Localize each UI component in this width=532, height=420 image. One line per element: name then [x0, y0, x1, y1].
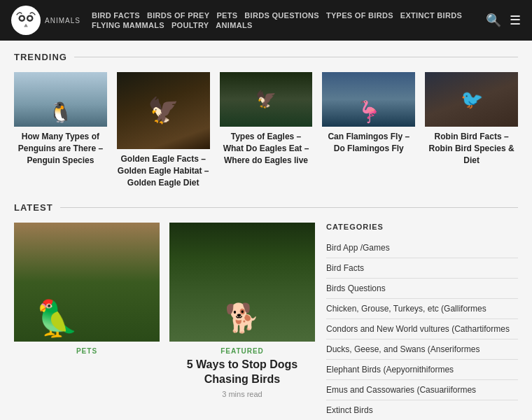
- golden-eagle-title: Golden Eagle Facts – Golden Eagle Habita…: [117, 153, 210, 188]
- types-eagles-title: Types of Eagles – What Do Eagles Eat – W…: [220, 131, 313, 166]
- flamingo-image: [322, 72, 415, 127]
- penguins-title: How Many Types of Penguins are There – P…: [14, 131, 107, 166]
- owl-icon: [13, 7, 39, 34]
- penguins-image: [14, 72, 107, 127]
- trending-grid: How Many Types of Penguins are There – P…: [14, 72, 518, 188]
- nav-extinct-birds[interactable]: EXTINCT BIRDS: [400, 11, 462, 20]
- search-icon[interactable]: 🔍: [486, 13, 501, 28]
- nav-animals[interactable]: ANIMALS: [216, 21, 252, 29]
- article-card-parrot[interactable]: PETS: [14, 223, 160, 398]
- logo-icon: [11, 6, 41, 35]
- nav-poultry[interactable]: POULTRY: [172, 21, 209, 29]
- main-content: TRENDING How Many Types of Penguins are …: [0, 41, 532, 420]
- category-emus[interactable]: Emus and Cassowaries (Casuariiformes: [326, 380, 518, 400]
- category-birds-questions[interactable]: Birds Questions: [326, 279, 518, 299]
- nav-birds-questions[interactable]: BIRDS QUESTIONS: [244, 11, 319, 20]
- robin-title: Robin Bird Facts – Robin Bird Species & …: [425, 131, 518, 166]
- dog-image: [169, 223, 315, 342]
- trending-title: TRENDING: [14, 52, 67, 62]
- robin-image: [425, 72, 518, 127]
- svg-point-0: [13, 8, 38, 33]
- category-bird-facts[interactable]: Bird Facts: [326, 258, 518, 279]
- svg-point-3: [20, 17, 24, 20]
- category-extinct-birds[interactable]: Extinct Birds: [326, 400, 518, 420]
- latest-grid: PETS FEATURED 5 Ways to Stop Dogs Chasin…: [14, 223, 518, 420]
- category-bird-app[interactable]: Bird App /Games: [326, 238, 518, 258]
- category-ducks[interactable]: Ducks, Geese, and Swans (Anseriformes: [326, 340, 518, 360]
- article-card-dogs[interactable]: FEATURED 5 Ways to Stop Dogs Chasing Bir…: [169, 223, 315, 398]
- latest-articles: PETS FEATURED 5 Ways to Stop Dogs Chasin…: [14, 223, 315, 420]
- latest-title: LATEST: [14, 202, 53, 213]
- category-elephant-birds[interactable]: Elephant Birds (Aepyornithiformes: [326, 360, 518, 380]
- dogs-title: 5 Ways to Stop Dogs Chasing Birds: [169, 358, 315, 387]
- latest-divider: [60, 207, 518, 208]
- latest-article-pair: PETS FEATURED 5 Ways to Stop Dogs Chasin…: [14, 223, 315, 398]
- nav-bird-facts[interactable]: BIRD FACTS: [92, 11, 140, 20]
- logo[interactable]: Animals: [11, 6, 80, 35]
- brand-label: Animals: [45, 17, 80, 24]
- trending-header: TRENDING: [14, 52, 518, 62]
- trending-card-types-eagles[interactable]: Types of Eagles – What Do Eagles Eat – W…: [220, 72, 313, 166]
- dogs-meta: 3 mins read: [169, 390, 315, 398]
- trending-section: TRENDING How Many Types of Penguins are …: [14, 52, 518, 188]
- svg-point-4: [28, 17, 31, 20]
- latest-section: LATEST PETS FEATURED 5 Ways to Stop Dogs…: [14, 202, 518, 420]
- menu-icon[interactable]: ☰: [510, 13, 521, 28]
- nav-pets[interactable]: PETS: [216, 11, 237, 20]
- site-header: Animals BIRD FACTS BIRDS OF PREY PETS BI…: [0, 0, 532, 41]
- parrot-image: [14, 223, 160, 342]
- parrot-tag: PETS: [14, 347, 160, 355]
- categories-title: CATEGORIES: [326, 223, 518, 231]
- trending-card-flamingos[interactable]: Can Flamingos Fly – Do Flamingos Fly: [322, 72, 415, 155]
- category-condors[interactable]: Condors and New World vultures (Catharti…: [326, 319, 518, 340]
- main-nav: BIRD FACTS BIRDS OF PREY PETS BIRDS QUES…: [92, 11, 475, 29]
- dogs-tag: FEATURED: [169, 347, 315, 355]
- header-icons: 🔍 ☰: [486, 13, 521, 28]
- types-eagles-image: [220, 72, 313, 127]
- nav-types-of-birds[interactable]: TYPES OF BIRDS: [326, 11, 393, 20]
- nav-flying-mammals[interactable]: FLYING MAMMALS: [92, 21, 164, 29]
- flamingo-title: Can Flamingos Fly – Do Flamingos Fly: [322, 131, 415, 155]
- trending-divider: [74, 57, 518, 57]
- category-chicken[interactable]: Chicken, Grouse, Turkeys, etc (Galliform…: [326, 299, 518, 319]
- golden-eagle-image: [117, 72, 210, 149]
- nav-birds-of-prey[interactable]: BIRDS OF PREY: [147, 11, 209, 20]
- trending-card-golden-eagle[interactable]: Golden Eagle Facts – Golden Eagle Habita…: [117, 72, 210, 188]
- trending-card-penguins[interactable]: How Many Types of Penguins are There – P…: [14, 72, 107, 166]
- trending-card-robin[interactable]: Robin Bird Facts – Robin Bird Species & …: [425, 72, 518, 166]
- latest-header: LATEST: [14, 202, 518, 213]
- categories-sidebar: CATEGORIES Bird App /Games Bird Facts Bi…: [326, 223, 518, 420]
